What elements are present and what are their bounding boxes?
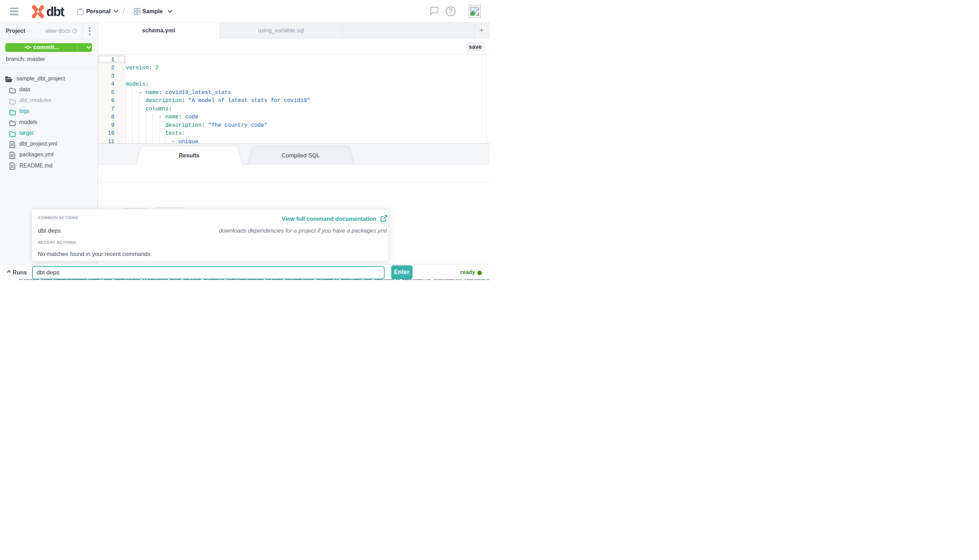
svg-text:?: ? (73, 29, 75, 33)
